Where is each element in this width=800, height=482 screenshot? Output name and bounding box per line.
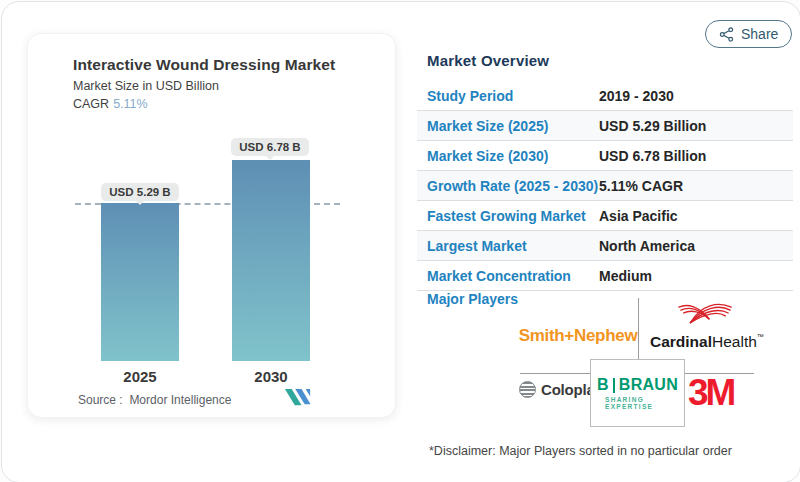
row-value: Medium [599,268,652,284]
row-label: Market Size (2025) [417,118,599,134]
b-braun-logo: BBRAUN SHARING EXPERTISE [590,359,685,427]
row-label: Growth Rate (2025 - 2030) [417,178,599,194]
row-label: Market Concentration [417,268,599,284]
overview-table: Study Period2019 - 2030 Market Size (202… [417,81,793,291]
b-braun-separator [613,378,615,393]
cagr-label: CAGR [73,97,109,111]
overview-heading: Market Overview [427,52,549,69]
row-value: 2019 - 2030 [599,88,674,104]
bar-label-2025-text: USD 5.29 B [109,186,170,198]
three-m-logo: 3M [688,374,733,411]
label-notch [265,155,275,160]
row-value: North America [599,238,695,254]
chart-subtitle: Market Size in USD Billion [73,79,219,93]
row-label: Study Period [417,88,599,104]
row-value: 5.11% CAGR [599,178,683,194]
chart-panel: Interactive Wound Dressing Market Market… [27,33,396,418]
source-label: Source : [78,393,123,407]
cagr-value: 5.11% [113,97,148,111]
table-row: Market Size (2025)USD 5.29 Billion [417,111,793,141]
mordor-intelligence-logo-icon [284,388,311,407]
table-row: Growth Rate (2025 - 2030)5.11% CAGR [417,171,793,201]
bar-2025 [101,203,179,361]
chart-title: Interactive Wound Dressing Market [73,56,335,74]
bar-2030 [232,160,310,361]
row-value: USD 6.78 Billion [599,148,706,164]
table-row: Fastest Growing MarketAsia Pacific [417,201,793,231]
share-button[interactable]: Share [705,20,792,48]
source-name: Mordor Intelligence [129,393,231,407]
label-notch [135,200,145,205]
row-value: USD 5.29 Billion [599,118,706,134]
table-row: Largest MarketNorth America [417,231,793,261]
row-label: Fastest Growing Market [417,208,599,224]
table-row: Market Size (2030)USD 6.78 Billion [417,141,793,171]
bar-label-2025: USD 5.29 B [101,183,179,201]
cardinal-bird-icon [676,296,734,328]
bar-label-2030: USD 6.78 B [231,138,309,156]
chart-cagr: CAGR5.11% [73,97,148,111]
table-row: Market ConcentrationMedium [417,261,793,291]
cardinal-health-wordmark: CardinalHealth™ [650,333,760,351]
players-grid-vertical-divider [638,298,639,359]
smith-nephew-logo: Smith+Nephew [518,326,638,346]
bar-label-2030-text: USD 6.78 B [239,141,300,153]
share-icon [719,27,734,42]
share-button-label: Share [741,26,778,42]
x-axis-label-2025: 2025 [101,368,179,385]
row-label: Largest Market [417,238,599,254]
market-report-card: Interactive Wound Dressing Market Market… [1,1,800,482]
major-players-label: Major Players [427,291,518,307]
row-value: Asia Pacific [599,208,678,224]
table-row: Study Period2019 - 2030 [417,81,793,111]
b-braun-wordmark: BBRAUN [597,376,678,394]
source-attribution: Source : Mordor Intelligence [78,393,231,407]
cardinal-health-logo: CardinalHealth™ [650,296,760,351]
b-braun-tagline: SHARING EXPERTISE [605,396,684,410]
disclaimer-text: *Disclaimer: Major Players sorted in no … [429,444,732,458]
row-label: Market Size (2030) [417,148,599,164]
coloplast-globe-icon [519,381,536,398]
x-axis-label-2030: 2030 [232,368,310,385]
